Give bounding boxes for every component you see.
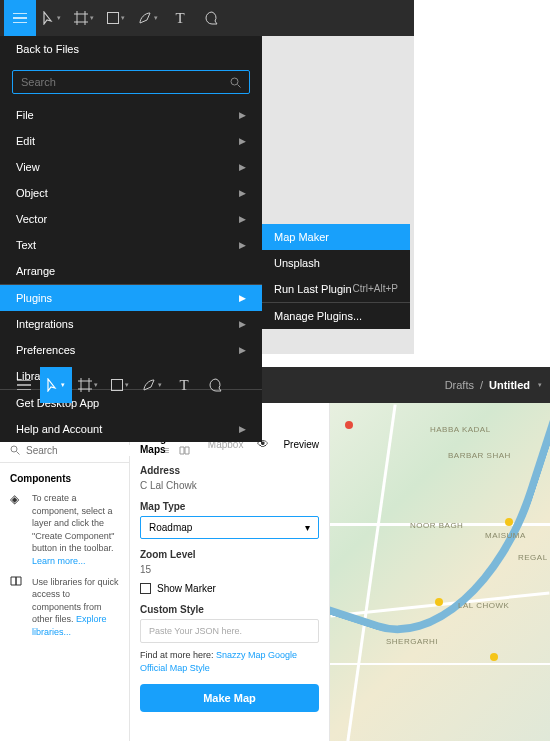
zoom-value: 15 (140, 564, 319, 575)
menu-view[interactable]: View▶ (0, 154, 262, 180)
chevron-right-icon: ▶ (239, 162, 246, 172)
menu-edit[interactable]: Edit▶ (0, 128, 262, 154)
plugin-panel: Map Maker Google Maps Mapbox 👁 Preview A… (130, 403, 330, 741)
map-pin-icon (490, 653, 498, 661)
map-label: MAISUMA (485, 531, 526, 540)
map-pin-icon (505, 518, 513, 526)
search-icon (230, 77, 241, 88)
zoom-label: Zoom Level (140, 549, 319, 560)
preview-label: Preview (283, 439, 319, 450)
menu-help[interactable]: Help and Account▶ (0, 416, 262, 442)
learn-more-link[interactable]: Learn more... (32, 556, 86, 566)
chevron-right-icon: ▶ (239, 136, 246, 146)
menu-file[interactable]: File▶ (0, 102, 262, 128)
hamburger-menu-button[interactable] (8, 367, 40, 403)
map-label: BARBAR SHAH (448, 451, 511, 460)
chevron-right-icon: ▶ (239, 110, 246, 120)
create-component-hint: To create a component, select a layer an… (32, 492, 119, 568)
book-icon (10, 576, 24, 639)
component-icon: ◈ (10, 492, 24, 568)
chevron-right-icon: ▶ (239, 293, 246, 303)
comment-tool[interactable] (200, 367, 232, 403)
chevron-down-icon: ▾ (305, 522, 310, 533)
search-icon (10, 445, 20, 455)
plugin-unsplash[interactable]: Unsplash (262, 250, 410, 276)
components-heading: Components (10, 473, 119, 484)
svg-rect-2 (112, 380, 123, 391)
text-tool[interactable]: T (168, 367, 200, 403)
map-pin-icon (435, 598, 443, 606)
custom-style-label: Custom Style (140, 604, 319, 615)
map-preview[interactable]: HABBA KADAL BARBAR SHAH NOOR BAGH MAISUM… (330, 403, 550, 741)
map-type-label: Map Type (140, 501, 319, 512)
map-label: REGAL (518, 553, 548, 562)
pen-tool[interactable]: ▾ (132, 0, 164, 36)
frame-tool[interactable]: ▾ (72, 367, 104, 403)
menu-text[interactable]: Text▶ (0, 232, 262, 258)
menu-integrations[interactable]: Integrations▶ (0, 311, 262, 337)
menu-plugins[interactable]: Plugins▶ (0, 285, 262, 311)
plugin-map-maker[interactable]: Map Maker (262, 224, 410, 250)
svg-point-3 (11, 446, 17, 452)
show-marker-checkbox[interactable] (140, 583, 151, 594)
custom-style-input[interactable]: Paste Your JSON here. (140, 619, 319, 643)
map-type-select[interactable]: Roadmap▾ (140, 516, 319, 539)
menu-vector[interactable]: Vector▶ (0, 206, 262, 232)
breadcrumb[interactable]: Drafts / Untitled ▾ (445, 379, 542, 391)
top-toolbar: ▾ ▾ ▾ ▾ T (0, 0, 414, 36)
menu-arrange[interactable]: Arrange (0, 258, 262, 284)
shape-tool[interactable]: ▾ (100, 0, 132, 36)
text-tool[interactable]: T (164, 0, 196, 36)
plugins-submenu: Map Maker Unsplash Run Last PluginCtrl+A… (262, 224, 410, 329)
map-label: NOOR BAGH (410, 521, 463, 530)
find-more-note: Find at more here: Snazzy Map Google Off… (140, 649, 319, 674)
chevron-right-icon: ▶ (239, 345, 246, 355)
plugin-run-last[interactable]: Run Last PluginCtrl+Alt+P (262, 276, 410, 302)
chevron-down-icon: ▾ (538, 381, 542, 389)
shape-tool[interactable]: ▾ (104, 367, 136, 403)
map-label: SHERGARHI (386, 637, 438, 646)
pen-tool[interactable]: ▾ (136, 367, 168, 403)
chevron-right-icon: ▶ (239, 188, 246, 198)
svg-rect-0 (108, 13, 119, 24)
address-label: Address (140, 465, 319, 476)
move-tool[interactable]: ▾ (40, 367, 72, 403)
svg-point-1 (231, 78, 238, 85)
show-marker-label: Show Marker (157, 583, 216, 594)
plugin-manage[interactable]: Manage Plugins... (262, 303, 410, 329)
make-map-button[interactable]: Make Map (140, 684, 319, 712)
map-label: LAL CHOWK (458, 601, 509, 610)
hamburger-menu-button[interactable] (4, 0, 36, 36)
chevron-right-icon: ▶ (239, 319, 246, 329)
map-label: HABBA KADAL (430, 425, 491, 434)
chevron-right-icon: ▶ (239, 240, 246, 250)
map-pin-icon (345, 421, 353, 429)
libraries-hint: Use libraries for quick access to compon… (32, 576, 119, 639)
figma-top-screenshot: ▾ ▾ ▾ ▾ T Back to Files File▶ Edit▶ View… (0, 0, 414, 354)
snazzy-link[interactable]: Snazzy Map (216, 650, 266, 660)
frame-tool[interactable]: ▾ (68, 0, 100, 36)
menu-object[interactable]: Object▶ (0, 180, 262, 206)
left-panel: Layers Assets Page 1 ▾ ≡ Components ◈ To… (0, 403, 130, 741)
chevron-right-icon: ▶ (239, 214, 246, 224)
shortcut-label: Ctrl+Alt+P (352, 283, 398, 295)
address-value: C Lal Chowk (140, 480, 319, 491)
menu-preferences[interactable]: Preferences▶ (0, 337, 262, 363)
back-to-files[interactable]: Back to Files (0, 36, 262, 62)
move-tool[interactable]: ▾ (36, 0, 68, 36)
chevron-right-icon: ▶ (239, 424, 246, 434)
menu-search-input[interactable] (21, 76, 230, 88)
menu-search[interactable] (12, 70, 250, 94)
bottom-toolbar: ▾ ▾ ▾ ▾ T Drafts / Untitled ▾ (0, 367, 550, 403)
comment-tool[interactable] (196, 0, 228, 36)
